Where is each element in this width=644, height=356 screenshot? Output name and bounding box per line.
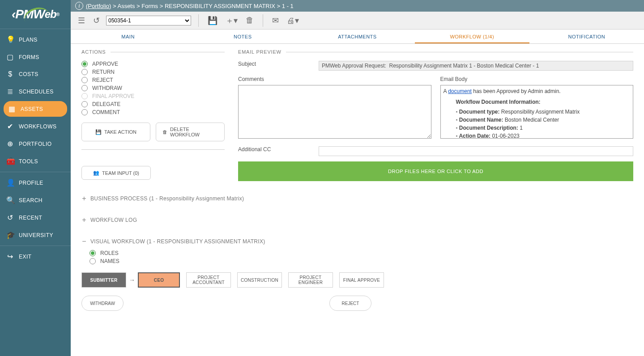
email-info-item: - Document Name: Boston Medical Center (456, 116, 631, 124)
wf-submitter[interactable]: SUBMITTER (81, 272, 126, 288)
breadcrumb-portfolio[interactable]: (Portfolio) (86, 3, 111, 9)
actions-heading: ACTIONS (81, 49, 225, 55)
document-link[interactable]: document (448, 88, 472, 94)
subject-input[interactable] (319, 61, 633, 71)
main-area: i (Portfolio) > Assets > Forms > RESPONS… (71, 0, 644, 356)
radio (81, 93, 88, 99)
action-reject[interactable]: REJECT (81, 77, 225, 83)
action-return[interactable]: RETURN (81, 69, 225, 75)
arrow-icon: → (129, 276, 135, 284)
email-preview-heading: EMAIL PREVIEW (238, 49, 633, 55)
history-icon[interactable]: ↺ (91, 16, 102, 25)
wf-project-engineer[interactable]: PROJECT ENGINEER (288, 272, 333, 288)
trash-small-icon: 🗑 (162, 129, 167, 135)
toolbar: ☰ ↺ 050354-1 💾 ＋▾ 🗑 ✉ 🖨▾ (71, 12, 644, 30)
names-radio-row[interactable]: NAMES (90, 258, 633, 264)
action-delegate[interactable]: DELEGATE (81, 101, 225, 107)
sidebar-item-schedules[interactable]: ≣SCHEDULES (0, 83, 71, 100)
sidebar-item-search[interactable]: 🔍SEARCH (0, 191, 71, 209)
content: ACTIONS APPROVERETURNREJECTWITHDRAWFINAL… (71, 44, 644, 356)
action-withdraw[interactable]: WITHDRAW (81, 85, 225, 91)
comments-textarea[interactable] (238, 85, 431, 139)
radio[interactable] (81, 77, 88, 83)
business-process-expander[interactable]: + BUSINESS PROCESS (1 - Responsibility A… (81, 195, 633, 203)
file-dropzone[interactable]: DROP FILES HERE OR CLICK TO ADD (238, 161, 633, 181)
minus-icon: − (81, 237, 87, 246)
info-icon[interactable]: i (75, 2, 83, 10)
recent-icon: ↺ (6, 213, 14, 222)
tab-main[interactable]: MAIN (71, 30, 185, 43)
subject-label: Subject (238, 61, 314, 67)
sidebar-item-tools[interactable]: 🧰TOOLS (0, 153, 71, 170)
action-comment[interactable]: COMMENT (81, 109, 225, 115)
email-info-item: - Action Date: 01-06-2023 (456, 132, 631, 139)
exit-icon: ↪ (6, 252, 14, 261)
radio[interactable] (81, 69, 88, 75)
sidebar-item-recent[interactable]: ↺RECENT (0, 209, 71, 226)
tab-notification[interactable]: NOTIFICATION (529, 30, 644, 43)
add-icon[interactable]: ＋▾ (224, 15, 239, 26)
print-icon[interactable]: 🖨▾ (285, 16, 301, 25)
take-action-button[interactable]: 💾TAKE ACTION (81, 123, 150, 141)
plus-icon: + (81, 216, 87, 224)
costs-icon: $ (6, 70, 14, 78)
wf-ceo[interactable]: CEO (138, 272, 180, 288)
additional-cc-input[interactable] (319, 146, 633, 156)
wf-construction[interactable]: CONSTRUCTION (237, 272, 282, 288)
save-icon[interactable]: 💾 (206, 16, 219, 25)
university-icon: 🎓 (6, 231, 14, 239)
email-icon[interactable]: ✉ (270, 16, 281, 25)
comments-label: Comments (238, 76, 431, 82)
roles-radio-row[interactable]: ROLES (90, 250, 633, 256)
radio[interactable] (81, 61, 88, 67)
action-final-approve: FINAL APPROVE (81, 93, 225, 99)
workflows-icon: ✔ (6, 122, 14, 131)
radio[interactable] (81, 109, 88, 115)
additional-cc-label: Additional CC (238, 146, 314, 153)
email-body: A document has been Approved by Admin ad… (440, 85, 634, 139)
breadcrumb: i (Portfolio) > Assets > Forms > RESPONS… (71, 0, 644, 12)
names-radio[interactable] (90, 258, 96, 264)
email-info-item: - Document type: Responsibility Assignme… (456, 108, 631, 116)
logo: ‹PMWeb® (0, 0, 71, 29)
email-info-item: - Document Description: 1 (456, 124, 631, 132)
sidebar-item-profile[interactable]: 👤PROFILE (0, 174, 71, 191)
roles-radio[interactable] (90, 250, 96, 256)
sidebar-item-forms[interactable]: ▢FORMS (0, 48, 71, 66)
delete-workflow-button[interactable]: 🗑DELETE WORKFLOW (156, 123, 225, 141)
forms-icon: ▢ (6, 53, 14, 61)
sidebar-item-costs[interactable]: $COSTS (0, 66, 71, 83)
sidebar-item-workflows[interactable]: ✔WORKFLOWS (0, 118, 71, 135)
sidebar-item-plans[interactable]: 💡PLANS (0, 31, 71, 48)
assets-icon: ▦ (8, 105, 16, 113)
plans-icon: 💡 (6, 35, 14, 44)
radio[interactable] (81, 101, 88, 107)
tab-notes[interactable]: NOTES (185, 30, 300, 43)
delete-icon[interactable]: 🗑 (244, 16, 256, 25)
tools-icon: 🧰 (6, 157, 14, 165)
sidebar-item-portfolio[interactable]: ⊕PORTFOLIO (0, 135, 71, 153)
sidebar-item-university[interactable]: 🎓UNIVERSITY (0, 226, 71, 244)
people-icon: 👥 (93, 170, 99, 176)
sidebar-item-assets[interactable]: ▦ASSETS (4, 101, 67, 117)
sidebar-item-exit[interactable]: ↪EXIT (0, 248, 71, 265)
tab-attachments[interactable]: ATTACHMENTS (300, 30, 414, 43)
tab-workflow-1-4-[interactable]: WORKFLOW (1/4) (415, 30, 529, 43)
visual-workflow-expander[interactable]: − VISUAL WORKFLOW (1 - RESPONSIBILITY AS… (81, 237, 633, 246)
list-icon[interactable]: ☰ (76, 16, 87, 25)
breadcrumb-rest: > Assets > Forms > RESPONSIBILITY ASSIGN… (111, 3, 293, 9)
radio[interactable] (81, 85, 88, 91)
wf-reject[interactable]: REJECT (329, 296, 371, 311)
search-icon: 🔍 (6, 196, 14, 204)
record-select[interactable]: 050354-1 (106, 16, 191, 25)
profile-icon: 👤 (6, 178, 14, 187)
wf-withdraw[interactable]: WITHDRAW (81, 296, 124, 311)
sidebar: ‹PMWeb® 💡PLANS▢FORMS$COSTS≣SCHEDULES▦ASS… (0, 0, 71, 356)
wf-final-approve[interactable]: FINAL APPROVE (339, 272, 384, 288)
workflow-log-expander[interactable]: + WORKFLOW LOG (81, 216, 633, 224)
wf-project-accountant[interactable]: PROJECT ACCOUNTANT (186, 272, 231, 288)
tabs: MAINNOTESATTACHMENTSWORKFLOW (1/4)NOTIFI… (71, 30, 644, 44)
schedules-icon: ≣ (6, 87, 14, 96)
team-input-button[interactable]: 👥TEAM INPUT (0) (81, 166, 151, 180)
action-approve[interactable]: APPROVE (81, 61, 225, 67)
